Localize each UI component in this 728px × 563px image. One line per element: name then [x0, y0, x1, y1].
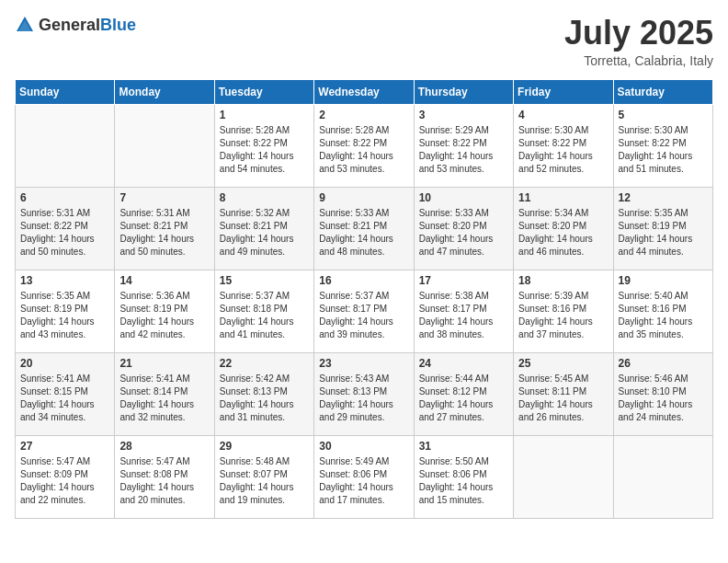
day-number: 16 — [319, 274, 408, 287]
day-number: 27 — [20, 440, 109, 453]
day-info: Sunrise: 5:47 AMSunset: 8:08 PMDaylight:… — [119, 455, 209, 507]
calendar-cell: 24Sunrise: 5:44 AMSunset: 8:12 PMDayligh… — [414, 352, 513, 435]
day-info: Sunrise: 5:37 AMSunset: 8:18 PMDaylight:… — [220, 290, 309, 341]
calendar-cell: 18Sunrise: 5:39 AMSunset: 8:16 PMDayligh… — [514, 270, 613, 352]
day-number: 1 — [220, 109, 309, 121]
day-number: 5 — [619, 109, 708, 121]
calendar-cell: 10Sunrise: 5:33 AMSunset: 8:20 PMDayligh… — [414, 187, 513, 270]
calendar-week-row: 13Sunrise: 5:35 AMSunset: 8:19 PMDayligh… — [16, 270, 713, 352]
day-info: Sunrise: 5:49 AMSunset: 8:06 PMDaylight:… — [319, 455, 408, 507]
weekday-header-sunday: Sunday — [16, 79, 115, 104]
day-info: Sunrise: 5:46 AMSunset: 8:10 PMDaylight:… — [619, 373, 708, 424]
calendar-cell: 14Sunrise: 5:36 AMSunset: 8:19 PMDayligh… — [115, 270, 214, 352]
calendar-cell — [514, 435, 613, 518]
calendar-cell: 9Sunrise: 5:33 AMSunset: 8:21 PMDaylight… — [314, 187, 414, 270]
day-info: Sunrise: 5:38 AMSunset: 8:17 PMDaylight:… — [419, 290, 508, 341]
calendar-cell: 4Sunrise: 5:30 AMSunset: 8:22 PMDaylight… — [514, 104, 613, 187]
day-info: Sunrise: 5:29 AMSunset: 8:22 PMDaylight:… — [419, 124, 508, 176]
weekday-header-saturday: Saturday — [613, 79, 712, 104]
calendar-cell: 30Sunrise: 5:49 AMSunset: 8:06 PMDayligh… — [314, 435, 414, 518]
calendar-cell: 22Sunrise: 5:42 AMSunset: 8:13 PMDayligh… — [214, 352, 313, 435]
calendar-cell — [115, 104, 214, 187]
calendar-cell: 29Sunrise: 5:48 AMSunset: 8:07 PMDayligh… — [214, 435, 313, 518]
day-number: 29 — [220, 440, 309, 453]
day-info: Sunrise: 5:40 AMSunset: 8:16 PMDaylight:… — [619, 290, 708, 341]
calendar-cell: 11Sunrise: 5:34 AMSunset: 8:20 PMDayligh… — [514, 187, 613, 270]
day-info: Sunrise: 5:41 AMSunset: 8:15 PMDaylight:… — [20, 373, 109, 424]
day-info: Sunrise: 5:36 AMSunset: 8:19 PMDaylight:… — [119, 290, 209, 341]
day-number: 26 — [619, 357, 708, 370]
calendar-cell: 13Sunrise: 5:35 AMSunset: 8:19 PMDayligh… — [16, 270, 115, 352]
calendar-cell: 17Sunrise: 5:38 AMSunset: 8:17 PMDayligh… — [414, 270, 513, 352]
calendar-cell: 15Sunrise: 5:37 AMSunset: 8:18 PMDayligh… — [214, 270, 313, 352]
day-info: Sunrise: 5:43 AMSunset: 8:13 PMDaylight:… — [319, 373, 408, 424]
weekday-header-tuesday: Tuesday — [214, 79, 313, 104]
day-info: Sunrise: 5:33 AMSunset: 8:21 PMDaylight:… — [319, 207, 408, 259]
calendar-week-row: 20Sunrise: 5:41 AMSunset: 8:15 PMDayligh… — [16, 352, 713, 435]
day-number: 21 — [119, 357, 209, 370]
logo-text-general: General — [39, 16, 100, 34]
calendar-cell: 23Sunrise: 5:43 AMSunset: 8:13 PMDayligh… — [314, 352, 414, 435]
day-number: 25 — [518, 357, 608, 370]
day-number: 24 — [419, 357, 508, 370]
calendar-cell: 1Sunrise: 5:28 AMSunset: 8:22 PMDaylight… — [214, 104, 313, 187]
logo-icon — [15, 15, 35, 35]
day-info: Sunrise: 5:41 AMSunset: 8:14 PMDaylight:… — [119, 373, 209, 424]
day-info: Sunrise: 5:30 AMSunset: 8:22 PMDaylight:… — [619, 124, 708, 176]
day-info: Sunrise: 5:33 AMSunset: 8:20 PMDaylight:… — [419, 207, 508, 259]
day-info: Sunrise: 5:39 AMSunset: 8:16 PMDaylight:… — [518, 290, 608, 341]
calendar-cell: 8Sunrise: 5:32 AMSunset: 8:21 PMDaylight… — [214, 187, 313, 270]
day-number: 12 — [619, 191, 708, 204]
logo-text-blue: Blue — [100, 16, 136, 34]
calendar-cell — [16, 104, 115, 187]
calendar-cell: 25Sunrise: 5:45 AMSunset: 8:11 PMDayligh… — [514, 352, 613, 435]
day-info: Sunrise: 5:42 AMSunset: 8:13 PMDaylight:… — [220, 373, 309, 424]
day-info: Sunrise: 5:28 AMSunset: 8:22 PMDaylight:… — [220, 124, 309, 176]
day-number: 8 — [220, 191, 309, 204]
day-number: 22 — [220, 357, 309, 370]
calendar-cell: 3Sunrise: 5:29 AMSunset: 8:22 PMDaylight… — [414, 104, 513, 187]
calendar-cell — [613, 435, 712, 518]
calendar-cell: 21Sunrise: 5:41 AMSunset: 8:14 PMDayligh… — [115, 352, 214, 435]
day-number: 6 — [20, 191, 109, 204]
day-number: 7 — [119, 191, 209, 204]
calendar-cell: 2Sunrise: 5:28 AMSunset: 8:22 PMDaylight… — [314, 104, 414, 187]
title-block: July 2025 Torretta, Calabria, Italy — [564, 15, 713, 68]
day-info: Sunrise: 5:32 AMSunset: 8:21 PMDaylight:… — [220, 207, 309, 259]
weekday-header-thursday: Thursday — [414, 79, 513, 104]
day-info: Sunrise: 5:50 AMSunset: 8:06 PMDaylight:… — [419, 455, 508, 507]
day-info: Sunrise: 5:30 AMSunset: 8:22 PMDaylight:… — [518, 124, 608, 176]
day-number: 18 — [518, 274, 608, 287]
day-info: Sunrise: 5:45 AMSunset: 8:11 PMDaylight:… — [518, 373, 608, 424]
day-number: 3 — [419, 109, 508, 121]
day-info: Sunrise: 5:35 AMSunset: 8:19 PMDaylight:… — [20, 290, 109, 341]
calendar-cell: 19Sunrise: 5:40 AMSunset: 8:16 PMDayligh… — [613, 270, 712, 352]
day-info: Sunrise: 5:28 AMSunset: 8:22 PMDaylight:… — [319, 124, 408, 176]
calendar-cell: 31Sunrise: 5:50 AMSunset: 8:06 PMDayligh… — [414, 435, 513, 518]
day-number: 30 — [319, 440, 408, 453]
calendar-cell: 26Sunrise: 5:46 AMSunset: 8:10 PMDayligh… — [613, 352, 712, 435]
logo: GeneralBlue — [15, 15, 136, 35]
calendar-week-row: 27Sunrise: 5:47 AMSunset: 8:09 PMDayligh… — [16, 435, 713, 518]
calendar-week-row: 6Sunrise: 5:31 AMSunset: 8:22 PMDaylight… — [16, 187, 713, 270]
calendar-cell: 27Sunrise: 5:47 AMSunset: 8:09 PMDayligh… — [16, 435, 115, 518]
calendar-week-row: 1Sunrise: 5:28 AMSunset: 8:22 PMDaylight… — [16, 104, 713, 187]
day-number: 20 — [20, 357, 109, 370]
day-info: Sunrise: 5:44 AMSunset: 8:12 PMDaylight:… — [419, 373, 508, 424]
calendar-cell: 7Sunrise: 5:31 AMSunset: 8:21 PMDaylight… — [115, 187, 214, 270]
day-info: Sunrise: 5:34 AMSunset: 8:20 PMDaylight:… — [518, 207, 608, 259]
day-number: 4 — [518, 109, 608, 121]
weekday-header-wednesday: Wednesday — [314, 79, 414, 104]
day-info: Sunrise: 5:48 AMSunset: 8:07 PMDaylight:… — [220, 455, 309, 507]
day-number: 19 — [619, 274, 708, 287]
calendar-cell: 6Sunrise: 5:31 AMSunset: 8:22 PMDaylight… — [16, 187, 115, 270]
day-number: 9 — [319, 191, 408, 204]
day-number: 31 — [419, 440, 508, 453]
day-number: 13 — [20, 274, 109, 287]
weekday-header-row: SundayMondayTuesdayWednesdayThursdayFrid… — [16, 79, 713, 104]
day-info: Sunrise: 5:37 AMSunset: 8:17 PMDaylight:… — [319, 290, 408, 341]
weekday-header-monday: Monday — [115, 79, 214, 104]
calendar-cell: 16Sunrise: 5:37 AMSunset: 8:17 PMDayligh… — [314, 270, 414, 352]
calendar-cell: 20Sunrise: 5:41 AMSunset: 8:15 PMDayligh… — [16, 352, 115, 435]
location-title: Torretta, Calabria, Italy — [564, 53, 713, 68]
